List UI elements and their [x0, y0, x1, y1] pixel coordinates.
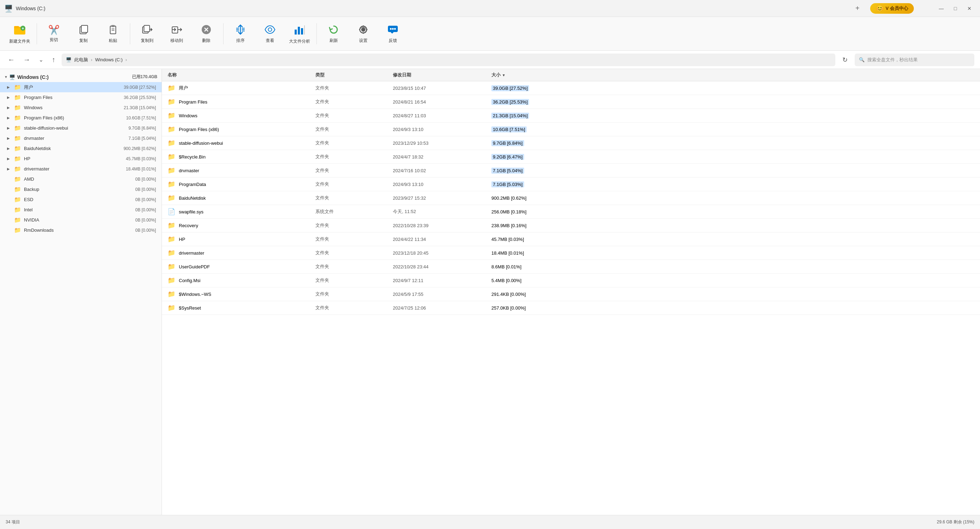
size-value: 291.4KB [0.00%] — [492, 292, 526, 297]
file-row-recovery[interactable]: 📁 Recovery 文件夹 2022/10/28 23:39 238.9MB … — [162, 219, 980, 233]
copy-to-button[interactable]: 复制到 — [133, 20, 161, 48]
refresh-address-btn[interactable]: ↻ — [840, 54, 850, 65]
file-name-cell: 📁 $Windows.~WS — [167, 290, 315, 298]
copy-icon — [78, 24, 89, 36]
feedback-button[interactable]: 反馈 — [379, 20, 407, 48]
history-button[interactable]: ⌄ — [37, 55, 45, 64]
maximize-btn[interactable]: □ — [949, 2, 962, 15]
new-folder-button[interactable]: + 新建文件夹 — [6, 20, 34, 48]
view-icon — [264, 24, 275, 36]
search-placeholder: 搜索全盘文件，秒出结果 — [867, 57, 918, 63]
file-row-drivermaster[interactable]: 📁 drivermaster 文件夹 2023/12/18 20:45 18.4… — [162, 246, 980, 260]
cut-button[interactable]: ✂️ 剪切 — [40, 20, 68, 48]
sidebar-item-hp[interactable]: ▶ 📁 HP 45.7MB [0.03%] — [0, 153, 162, 164]
size-value: 256.0MB [0.18%] — [492, 209, 527, 215]
refresh-button[interactable]: 刷新 — [320, 20, 348, 48]
copy-button[interactable]: 复制 — [69, 20, 97, 48]
folder-icon: 📁 — [167, 263, 175, 271]
cut-icon: ✂️ — [48, 25, 59, 35]
file-row-drvmaster[interactable]: 📁 drvmaster 文件夹 2024/7/16 10:02 7.1GB [5… — [162, 164, 980, 177]
sidebar-item-stablediffusion[interactable]: ▶ 📁 stable-diffusion-webui 9.7GB [6.84%] — [0, 123, 162, 133]
sidebar-item-label: ESD — [24, 197, 33, 202]
settings-button[interactable]: 设置 — [349, 20, 377, 48]
paste-button[interactable]: 粘贴 — [99, 20, 127, 48]
sidebar-item-baidunetdisk[interactable]: ▶ 📁 BaiduNetdisk 900.2MB [0.62%] — [0, 143, 162, 153]
file-row-yonghu[interactable]: 📁 用户 文件夹 2023/8/15 10:47 39.0GB [27.52%] — [162, 81, 980, 95]
up-button[interactable]: ↑ — [49, 54, 57, 65]
sidebar-item-drvmaster[interactable]: ▶ 📁 drvmaster 7.1GB [5.04%] — [0, 133, 162, 143]
delete-button[interactable]: 删除 — [192, 20, 220, 48]
path-separator-1: › — [91, 57, 92, 62]
folder-icon: 📁 — [167, 139, 175, 147]
file-name-cell: 📁 Recovery — [167, 221, 315, 229]
folder-icon: 📁 — [14, 155, 21, 162]
file-type-cell: 文件夹 — [315, 250, 393, 256]
sidebar-item-drivermaster[interactable]: ▶ 📁 drivermaster 18.4MB [0.01%] — [0, 164, 162, 174]
file-row-programfilesx86[interactable]: 📁 Program Files (x86) 文件夹 2024/9/3 13:10… — [162, 123, 980, 136]
file-row-recyclebin[interactable]: 📁 $Recycle.Bin 文件夹 2024/4/7 18:32 9.2GB … — [162, 150, 980, 164]
file-row-hp[interactable]: 📁 HP 文件夹 2024/4/22 11:34 45.7MB [0.03%] — [162, 233, 980, 246]
file-name-text: ProgramData — [179, 182, 206, 187]
sidebar-item-programfilesx86[interactable]: ▶ 📁 Program Files (x86) 10.6GB [7.51%] — [0, 113, 162, 123]
file-date-cell: 2023/12/18 20:45 — [393, 250, 492, 256]
address-path[interactable]: 🖥️ 此电脑 › Windows (C:) › — [62, 54, 835, 66]
sort-button[interactable]: 排序 — [226, 20, 255, 48]
analyze-button[interactable]: 大文件分析 — [285, 20, 313, 48]
size-value: 18.4MB [0.01%] — [492, 250, 524, 256]
sidebar-item-esd[interactable]: 📁 ESD 0B [0.00%] — [0, 194, 162, 205]
sidebar-item-label: Program Files (x86) — [24, 115, 64, 120]
refresh-icon — [328, 24, 339, 36]
file-row-programfiles[interactable]: 📁 Program Files 文件夹 2024/8/21 16:54 36.2… — [162, 95, 980, 109]
minimize-btn[interactable]: — — [935, 2, 948, 15]
move-to-label: 移动到 — [170, 38, 183, 44]
folder-icon: 📁 — [14, 196, 21, 203]
sidebar-item-backup[interactable]: 📁 Backup 0B [0.00%] — [0, 184, 162, 194]
close-btn[interactable]: ✕ — [963, 2, 976, 15]
sidebar-item-amd[interactable]: 📁 AMD 0B [0.00%] — [0, 174, 162, 184]
sort-icon — [235, 24, 246, 36]
folder-icon: 📁 — [14, 104, 21, 111]
file-name-cell: 📁 HP — [167, 235, 315, 243]
sidebar-item-programfiles[interactable]: ▶ 📁 Program Files 36.2GB [25.53%] — [0, 92, 162, 102]
header-name[interactable]: 名称 — [167, 72, 315, 78]
file-row-configmsi[interactable]: 📁 Config.Msi 文件夹 2024/9/7 12:11 5.4MB [0… — [162, 274, 980, 287]
folder-icon: 📁 — [167, 98, 175, 106]
sidebar-item-rmdownloads[interactable]: 📁 RmDownloads 0B [0.00%] — [0, 225, 162, 235]
sidebar-item-windows[interactable]: ▶ 📁 Windows 21.3GB [15.04%] — [0, 102, 162, 113]
svg-point-36 — [392, 28, 394, 30]
search-box[interactable]: 🔍 搜索全盘文件，秒出结果 — [855, 54, 974, 66]
analyze-label: 大文件分析 — [289, 38, 310, 45]
file-row-stablediffusion[interactable]: 📁 stable-diffusion-webui 文件夹 2023/12/29 … — [162, 136, 980, 150]
header-date[interactable]: 修改日期 — [393, 72, 492, 78]
path-drive: Windows (C:) — [95, 57, 123, 62]
move-to-icon — [171, 24, 182, 36]
analyze-icon — [293, 23, 306, 37]
header-type[interactable]: 类型 — [315, 72, 393, 78]
move-to-button[interactable]: 移动到 — [162, 20, 191, 48]
svg-rect-11 — [144, 25, 150, 32]
sidebar-item-nvidia[interactable]: 📁 NVIDIA 0B [0.00%] — [0, 215, 162, 225]
file-row-sysreset[interactable]: 📁 $SysReset 文件夹 2024/7/25 12:06 257.0KB … — [162, 301, 980, 315]
view-button[interactable]: 查看 — [256, 20, 284, 48]
sidebar-item-label: Backup — [24, 186, 39, 192]
new-tab-btn[interactable]: + — [852, 3, 863, 14]
sidebar-item-intel[interactable]: 📁 Intel 0B [0.00%] — [0, 205, 162, 215]
file-date-cell: 2024/9/3 13:10 — [393, 127, 492, 132]
forward-button[interactable]: → — [21, 54, 32, 65]
file-row-baidunetdisk[interactable]: 📁 BaiduNetdisk 文件夹 2023/9/27 15:32 900.2… — [162, 191, 980, 205]
sidebar-drive-header[interactable]: ▼ 🖥️ Windows (C:) 已用170.4GB — [0, 72, 162, 82]
folder-icon: 📁 — [167, 221, 175, 229]
sidebar-item-yonghu[interactable]: ▶ 📁 用户 39.0GB [27.52%] — [0, 82, 162, 92]
file-list-header: 名称 类型 修改日期 大小 ▼ — [162, 69, 980, 81]
header-size[interactable]: 大小 ▼ — [492, 72, 974, 78]
back-button[interactable]: ← — [6, 54, 17, 65]
file-row-windows[interactable]: 📁 Windows 文件夹 2024/8/27 11:03 21.3GB [15… — [162, 109, 980, 123]
file-type-cell: 文件夹 — [315, 263, 393, 270]
file-row-userguidepdf[interactable]: 📁 UserGuidePDF 文件夹 2022/10/28 23:44 8.6M… — [162, 260, 980, 274]
file-row-windowsws[interactable]: 📁 $Windows.~WS 文件夹 2024/5/9 17:55 291.4K… — [162, 287, 980, 301]
vip-badge[interactable]: 😊 V 会员中心 — [870, 3, 914, 14]
file-row-swapfile[interactable]: 📄 swapfile.sys 系统文件 今天, 11:52 256.0MB [0… — [162, 205, 980, 219]
file-row-programdata[interactable]: 📁 ProgramData 文件夹 2024/9/3 13:10 7.1GB [… — [162, 177, 980, 191]
sidebar-item-size: 0B [0.00%] — [135, 187, 156, 192]
sidebar-item-size: 18.4MB [0.01%] — [126, 167, 156, 172]
